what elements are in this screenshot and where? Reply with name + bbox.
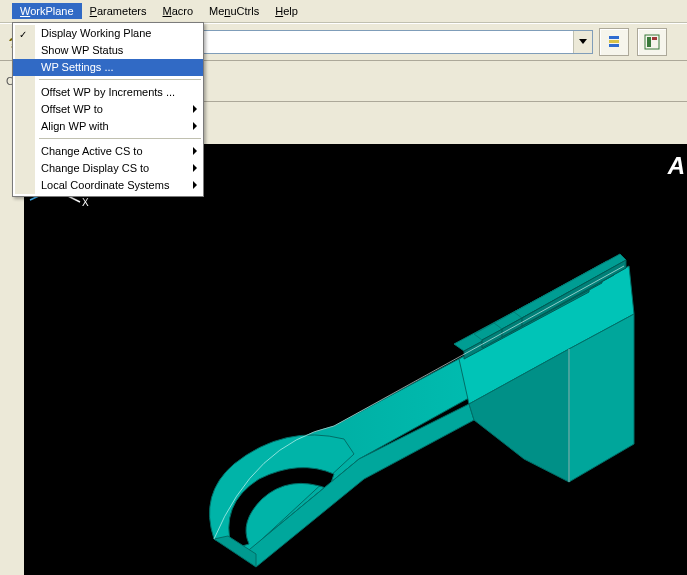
svg-rect-1 [609, 40, 619, 43]
menu-item-align-wp-with[interactable]: Align WP with [13, 118, 203, 135]
menu-item-label: Show WP Status [41, 44, 123, 56]
axis-x-label: X [82, 197, 89, 208]
svg-rect-4 [647, 37, 651, 47]
menu-workplane[interactable]: WorkPlane [12, 3, 82, 19]
menu-item-label: Local Coordinate Systems [41, 179, 169, 191]
submenu-arrow-icon [193, 147, 197, 155]
menu-item-offset-wp-to[interactable]: Offset WP to [13, 101, 203, 118]
svg-rect-5 [652, 37, 657, 40]
menu-macro[interactable]: Macro [154, 3, 201, 19]
menu-item-change-active-cs[interactable]: Change Active CS to [13, 143, 203, 160]
menu-label: MenuCtrls [209, 5, 259, 17]
stack-icon [606, 34, 622, 50]
check-icon: ✓ [19, 26, 27, 43]
menu-menuctrls[interactable]: MenuCtrls [201, 3, 267, 19]
menu-item-label: WP Settings ... [41, 61, 114, 73]
workplane-dropdown: ✓ Display Working Plane Show WP Status W… [12, 22, 204, 197]
svg-rect-0 [609, 36, 619, 39]
submenu-arrow-icon [193, 105, 197, 113]
submenu-arrow-icon [193, 181, 197, 189]
menu-item-label: Offset WP by Increments ... [41, 86, 175, 98]
menu-item-label: Change Display CS to [41, 162, 149, 174]
panel-icon [644, 34, 660, 50]
submenu-arrow-icon [193, 164, 197, 172]
menubar: WorkPlane Parameters Macro MenuCtrls Hel… [0, 0, 687, 23]
menu-label: Parameters [90, 5, 147, 17]
menu-help[interactable]: Help [267, 3, 306, 19]
graphics-viewport[interactable]: A [24, 144, 687, 575]
menu-item-label: Change Active CS to [41, 145, 143, 157]
menu-item-label: Display Working Plane [41, 27, 151, 39]
menu-item-offset-wp-increments[interactable]: Offset WP by Increments ... [13, 84, 203, 101]
menu-item-display-working-plane[interactable]: ✓ Display Working Plane [13, 25, 203, 42]
menu-item-wp-settings[interactable]: WP Settings ... [13, 59, 203, 76]
toolbar-button-2[interactable] [637, 28, 667, 56]
menu-separator [39, 79, 201, 81]
menu-item-label: Align WP with [41, 120, 109, 132]
model-rendering [24, 144, 687, 575]
menu-item-local-cs[interactable]: Local Coordinate Systems [13, 177, 203, 194]
menu-separator [39, 138, 201, 140]
menu-item-show-wp-status[interactable]: Show WP Status [13, 42, 203, 59]
menu-label: Macro [162, 5, 193, 17]
toolbar-button-1[interactable] [599, 28, 629, 56]
chevron-down-icon [579, 39, 587, 45]
menu-label: Help [275, 5, 298, 17]
menu-parameters[interactable]: Parameters [82, 3, 155, 19]
combo-dropdown-button[interactable] [573, 31, 592, 53]
menu-item-change-display-cs[interactable]: Change Display CS to [13, 160, 203, 177]
svg-rect-2 [609, 44, 619, 47]
menu-label: WorkPlane [20, 5, 74, 17]
menu-item-label: Offset WP to [41, 103, 103, 115]
submenu-arrow-icon [193, 122, 197, 130]
